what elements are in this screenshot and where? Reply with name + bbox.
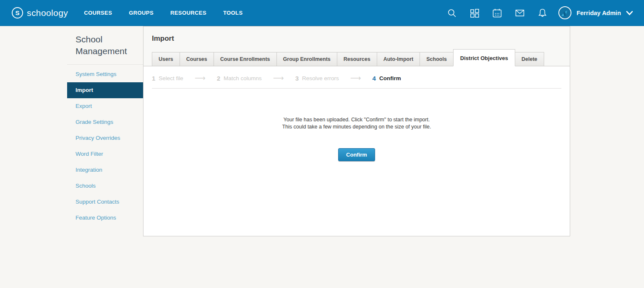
chevron-down-icon [626,10,633,16]
stepper-step: 1 Select file ⟶ [152,74,217,82]
import-tab[interactable]: Auto-Import [377,52,420,66]
step-number: 3 [295,75,299,82]
sidebar-nav: System SettingsImportExportGrade Setting… [67,66,143,226]
nav-menu-item[interactable]: GROUPS [129,10,154,16]
import-tab[interactable]: Delete [515,52,544,66]
panel-body: 1 Select file ⟶ 2 Match columns ⟶ 3 Reso… [143,66,570,161]
sidebar-item[interactable]: Privacy Overrides [67,130,143,146]
nav-menu-item[interactable]: RESOURCES [170,10,206,16]
search-icon[interactable] [447,8,457,18]
sidebar-item[interactable]: Feature Options [67,210,143,226]
main-menu: COURSESGROUPSRESOURCESTOOLS [84,10,259,16]
schoology-logo[interactable]: S schoology [12,7,68,18]
brand-wordmark: schoology [27,8,68,18]
arrow-right-icon: ⟶ [195,74,206,82]
import-tab[interactable]: Users [152,52,180,66]
brand-initial: S [15,10,19,16]
sidebar-item[interactable]: Schools [67,178,143,194]
avatar [558,6,571,19]
nav-right-cluster: Ferriday Admin [434,6,633,19]
step-number: 1 [152,75,155,82]
stepper-step: 3 Resolve errors ⟶ [295,74,373,82]
sidebar-item[interactable]: System Settings [67,66,143,82]
sidebar-item[interactable]: Integration [67,162,143,178]
step-label: Confirm [379,75,401,81]
arrow-right-icon: ⟶ [273,74,284,82]
sidebar-item[interactable]: Import [67,82,143,98]
sidebar-divider [67,64,143,65]
upload-message: Your file has been uploaded. Click "Conf… [152,116,561,131]
import-panel: Import UsersCoursesCourse EnrollmentsGro… [143,26,570,236]
import-tab[interactable]: Resources [337,52,377,66]
messages-icon[interactable] [515,8,525,18]
user-profile-menu[interactable]: Ferriday Admin [558,6,633,19]
import-tab[interactable]: Courses [180,52,214,66]
stepper-divider [152,88,561,89]
user-name: Ferriday Admin [576,10,621,16]
sidebar-item[interactable]: Grade Settings [67,114,143,130]
nav-menu-item[interactable]: COURSES [84,10,112,16]
schoology-logo-icon: S [12,7,23,18]
import-tabs: UsersCoursesCourse EnrollmentsGroup Enro… [152,49,561,66]
apps-grid-icon[interactable] [469,8,480,18]
step-label: Match columns [224,75,262,81]
stepper-step: 4 Confirm ⟶ [373,75,401,82]
upload-message-line2: This could take a few minutes depending … [152,123,561,131]
upload-message-line1: Your file has been uploaded. Click "Conf… [152,116,561,123]
panel-header: Import UsersCoursesCourse EnrollmentsGro… [143,26,570,66]
sidebar-title: School Management [67,26,143,57]
import-tab[interactable]: Group Enrollments [276,52,337,66]
import-tab[interactable]: Course Enrollments [214,52,277,66]
step-number: 4 [373,75,376,82]
top-nav: S schoology COURSESGROUPSRESOURCESTOOLS [0,0,644,26]
notifications-icon[interactable] [537,8,548,18]
confirm-button-wrap: Confirm [152,148,561,161]
calendar-icon[interactable] [492,8,502,18]
step-label: Select file [159,75,183,81]
confirm-button[interactable]: Confirm [338,148,375,161]
step-number: 2 [217,75,220,82]
step-label: Resolve errors [302,75,339,81]
nav-menu-item[interactable]: TOOLS [223,10,243,16]
sidebar-item[interactable]: Export [67,98,143,114]
import-tab[interactable]: District Objectives [453,49,515,66]
arrow-right-icon: ⟶ [350,74,361,82]
sidebar-item[interactable]: Word Filter [67,146,143,162]
import-tab[interactable]: Schools [420,52,454,66]
sidebar-item[interactable]: Support Contacts [67,194,143,210]
stepper-step: 2 Match columns ⟶ [217,74,295,82]
sidebar: School Management System SettingsImportE… [67,26,143,226]
import-stepper: 1 Select file ⟶ 2 Match columns ⟶ 3 Reso… [152,73,561,82]
page-title: Import [152,34,561,43]
